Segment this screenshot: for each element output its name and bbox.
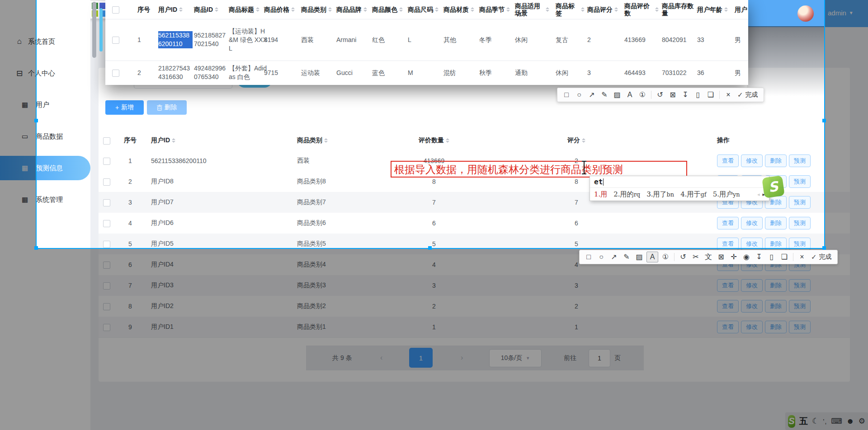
row-action-button-删除[interactable]: 删除 xyxy=(765,217,787,229)
sort-caret-icon[interactable] xyxy=(581,7,585,12)
undo-icon[interactable]: ↺ xyxy=(677,251,689,263)
sort-caret-icon[interactable] xyxy=(328,7,332,12)
sort-caret-icon[interactable] xyxy=(506,7,510,12)
ellipse-tool-icon[interactable]: ○ xyxy=(595,251,608,263)
done-button[interactable]: ✓完成 xyxy=(808,253,835,261)
panel-scrollbar[interactable] xyxy=(99,8,103,51)
ellipse-tool-icon[interactable]: ○ xyxy=(573,89,585,101)
arrow-tool-icon[interactable]: ↗ xyxy=(608,251,620,263)
sort-caret-icon[interactable] xyxy=(614,7,618,12)
bookmark-icon[interactable]: ❏ xyxy=(704,89,717,101)
preview-col-header[interactable]: 商品标签 xyxy=(556,0,585,19)
sort-caret-icon[interactable] xyxy=(324,138,328,143)
avatar[interactable] xyxy=(797,5,814,22)
add-button[interactable]: + 新增 xyxy=(105,100,144,115)
pin-screen-icon[interactable]: ▯ xyxy=(692,89,704,101)
translate-icon[interactable]: 文 xyxy=(702,251,715,263)
mosaic-tool-icon[interactable]: ▨ xyxy=(611,89,623,101)
scrollbar-thumb[interactable] xyxy=(92,2,96,58)
undo-icon[interactable]: ↺ xyxy=(654,89,666,101)
preview-col-header[interactable]: 商品ID xyxy=(194,0,227,19)
row-checkbox[interactable] xyxy=(103,241,110,248)
row-checkbox[interactable] xyxy=(112,37,119,44)
preview-col-header[interactable]: 商品价格 xyxy=(264,0,296,19)
pin-icon[interactable]: ✛ xyxy=(727,251,740,263)
ime-candidate[interactable]: 3.用了bn xyxy=(646,190,674,199)
row-checkbox[interactable] xyxy=(103,199,110,206)
preview-col-header[interactable]: 商品材质 xyxy=(443,0,476,19)
rect-tool-icon[interactable]: □ xyxy=(582,251,595,263)
preview-col-header[interactable]: 商品颜色 xyxy=(372,0,405,19)
preview-col-header[interactable]: 商品库存数量 xyxy=(662,0,700,19)
text-tool-icon[interactable]: A xyxy=(623,89,636,101)
preview-col-header[interactable]: 商品类别 xyxy=(301,0,334,19)
record-icon[interactable]: ◉ xyxy=(740,251,753,263)
select-all-checkbox[interactable] xyxy=(112,6,119,14)
preview-col-header[interactable]: 序号 xyxy=(137,0,157,19)
row-checkbox[interactable] xyxy=(103,220,110,227)
sort-caret-icon[interactable] xyxy=(471,7,474,12)
preview-col-header[interactable]: 商品评价数 xyxy=(624,0,659,19)
row-action-button-预测[interactable]: 预测 xyxy=(789,217,811,229)
mosaic-tool-icon[interactable]: ▨ xyxy=(633,251,646,263)
sort-caret-icon[interactable] xyxy=(582,138,585,143)
row-action-button-修改[interactable]: 修改 xyxy=(741,154,763,167)
preview-col-header[interactable]: 用户ID xyxy=(158,0,193,19)
preview-col-header[interactable]: 商品评分 xyxy=(587,0,621,19)
cancel-icon[interactable]: × xyxy=(722,89,735,101)
sort-caret-icon[interactable] xyxy=(215,7,218,12)
sort-caret-icon[interactable] xyxy=(363,7,367,12)
sort-caret-icon[interactable] xyxy=(179,7,183,12)
selection-handle[interactable] xyxy=(822,119,826,122)
selection-handle[interactable] xyxy=(34,119,38,122)
prev-candidates-icon[interactable]: ◂ xyxy=(757,192,760,197)
preview-col-header[interactable]: 用户年龄 xyxy=(697,0,729,19)
row-checkbox[interactable] xyxy=(103,158,110,165)
sort-caret-icon[interactable] xyxy=(435,7,439,12)
delete-button[interactable]: 删除 xyxy=(147,100,187,115)
table-col-header[interactable]: 评价数量 xyxy=(375,131,493,150)
row-action-button-修改[interactable]: 修改 xyxy=(741,217,763,229)
select-all-checkbox[interactable] xyxy=(103,137,110,145)
pencil-tool-icon[interactable]: ✎ xyxy=(620,251,633,263)
table-col-header[interactable]: 用户ID xyxy=(151,131,264,150)
ime-candidate[interactable]: 5.用户yn xyxy=(713,190,740,199)
ime-candidate[interactable]: 2.用的rq xyxy=(613,190,640,199)
ocr-icon[interactable]: ⊠ xyxy=(666,89,679,101)
preview-col-header[interactable]: 商品适用场景 xyxy=(515,0,549,19)
table-col-header[interactable]: 序号 xyxy=(121,131,139,150)
preview-col-header[interactable]: 商品季节 xyxy=(479,0,512,19)
done-button[interactable]: ✓完成 xyxy=(735,91,761,99)
sort-caret-icon[interactable] xyxy=(172,138,175,143)
preview-col-header[interactable]: 商品标题 xyxy=(229,0,268,19)
sort-caret-icon[interactable] xyxy=(291,7,295,12)
ime-candidate[interactable]: 4.用于gf xyxy=(680,190,706,199)
row-checkbox[interactable] xyxy=(103,178,110,186)
selection-handle[interactable] xyxy=(34,246,38,250)
pencil-tool-icon[interactable]: ✎ xyxy=(598,89,611,101)
ocr-icon[interactable]: ⊠ xyxy=(715,251,727,263)
preview-col-header[interactable]: 商品尺码 xyxy=(408,0,440,19)
row-checkbox[interactable] xyxy=(112,70,119,77)
row-action-button-查看[interactable]: 查看 xyxy=(717,217,739,229)
arrow-tool-icon[interactable]: ↗ xyxy=(585,89,598,101)
sort-caret-icon[interactable] xyxy=(655,7,659,12)
sort-caret-icon[interactable] xyxy=(724,7,728,12)
selection-handle[interactable] xyxy=(428,246,432,250)
preview-col-header[interactable]: 商品品牌 xyxy=(336,0,369,19)
download-icon[interactable]: ↧ xyxy=(679,89,692,101)
selection-handle[interactable] xyxy=(822,246,826,250)
download-icon[interactable]: ↧ xyxy=(753,251,765,263)
text-tool-icon[interactable]: A xyxy=(646,252,658,262)
sort-caret-icon[interactable] xyxy=(399,7,403,12)
sort-caret-icon[interactable] xyxy=(546,7,549,12)
rect-tool-icon[interactable]: □ xyxy=(560,89,573,101)
row-action-button-删除[interactable]: 删除 xyxy=(765,154,787,167)
sort-caret-icon[interactable] xyxy=(256,7,259,12)
row-action-button-查看[interactable]: 查看 xyxy=(717,154,739,167)
pin-screen-icon[interactable]: ▯ xyxy=(765,251,778,263)
sort-caret-icon[interactable] xyxy=(446,138,449,143)
row-action-button-预测[interactable]: 预测 xyxy=(789,196,811,209)
table-col-header[interactable]: 评分 xyxy=(518,131,635,150)
number-tool-icon[interactable]: ① xyxy=(659,251,672,263)
